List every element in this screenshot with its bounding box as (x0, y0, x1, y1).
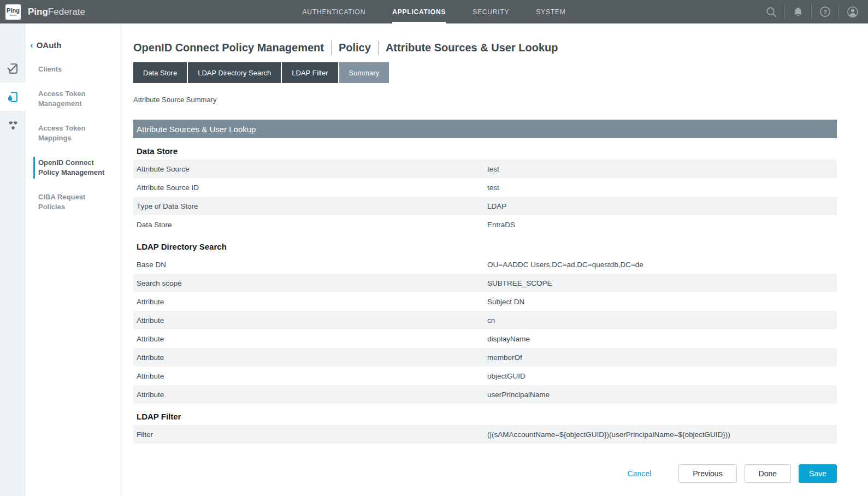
account-icon[interactable] (846, 5, 859, 19)
summary-row: Type of Data StoreLDAP (133, 197, 837, 215)
section-heading-ldap-filter: LDAP Filter (133, 411, 837, 422)
row-value: SUBTREE_SCOPE (487, 279, 834, 287)
sidebar-item-openid-connect-policy-management[interactable]: OpenID Connect Policy Management (26, 158, 121, 178)
row-value: displayName (487, 335, 834, 343)
row-label: Attribute Source ID (137, 184, 487, 192)
clients-icon[interactable] (0, 54, 26, 82)
main-content: OpenID Connect Policy ManagementPolicyAt… (121, 23, 868, 496)
cancel-link[interactable]: Cancel (628, 469, 652, 478)
summary-row: AttributeobjectGUID (133, 367, 837, 385)
sidebar-item-access-token-mappings[interactable]: Access Token Mappings (26, 123, 121, 143)
row-value: objectGUID (487, 372, 834, 380)
row-label: Attribute (137, 335, 487, 343)
summary-sections: Data StoreAttribute SourcetestAttribute … (133, 145, 837, 444)
summary-description: Attribute Source Summary (133, 96, 837, 104)
sidebar-item-access-token-management[interactable]: Access Token Management (26, 89, 121, 109)
footer-actions: Cancel Previous Done Save (133, 464, 837, 483)
page-title-breadcrumb: OpenID Connect Policy ManagementPolicyAt… (133, 40, 837, 55)
topbar-utility-icons: ? (765, 4, 859, 19)
search-icon[interactable] (765, 6, 777, 18)
tab-ldap-filter[interactable]: LDAP Filter (282, 62, 338, 83)
nav-item-applications[interactable]: APPLICATIONS (392, 0, 446, 23)
summary-row: AttributememberOf (133, 348, 837, 367)
nav-item-system[interactable]: SYSTEM (536, 0, 565, 23)
row-label: Data Store (137, 221, 487, 229)
section-heading-ldap-directory-search: LDAP Directory Search (133, 241, 837, 252)
sidebar-item-ciba-request-policies[interactable]: CIBA Request Policies (26, 192, 121, 212)
summary-row: Filter(|(sAMAccountName=${objectGUID})(u… (133, 425, 837, 444)
tab-summary[interactable]: Summary (339, 62, 389, 83)
row-label: Search scope (137, 279, 487, 287)
row-value: cn (487, 316, 834, 324)
breadcrumb-separator (378, 40, 379, 55)
wizard-tabs: Data StoreLDAP Directory SearchLDAP Filt… (133, 62, 837, 83)
row-label: Filter (137, 430, 487, 439)
nav-item-security[interactable]: SECURITY (473, 0, 509, 23)
topbar-divider (839, 4, 839, 19)
logo-subtext: Identity (10, 14, 17, 16)
icon-rail (0, 23, 26, 496)
sidebar-item-clients[interactable]: Clients (26, 64, 121, 74)
done-button[interactable]: Done (745, 464, 791, 483)
row-value: userPrincipalName (487, 391, 834, 399)
row-label: Attribute (137, 372, 487, 380)
primary-nav: AUTHENTICATIONAPPLICATIONSSECURITYSYSTEM (303, 0, 566, 23)
summary-row: AttributedisplayName (133, 329, 837, 348)
summary-table-header: Attribute Sources & User Lookup (133, 120, 837, 138)
row-label: Attribute (137, 316, 487, 324)
row-value: test (487, 184, 834, 192)
product-name: PingFederate (28, 7, 85, 17)
row-value: LDAP (487, 202, 834, 210)
sidebar-section-title: OAuth (37, 40, 62, 50)
tab-data-store[interactable]: Data Store (133, 62, 187, 83)
breadcrumb-separator (331, 40, 332, 55)
topbar-divider (811, 4, 812, 19)
summary-row: AttributeuserPrincipalName (133, 385, 837, 404)
summary-row: Attribute Sourcetest (133, 160, 837, 178)
row-label: Attribute (137, 391, 487, 399)
section-heading-data-store: Data Store (133, 145, 837, 157)
previous-button[interactable]: Previous (678, 464, 736, 483)
help-icon[interactable]: ? (819, 5, 831, 18)
row-value: memberOf (487, 353, 834, 362)
summary-row: Attribute Source IDtest (133, 178, 837, 197)
row-value: EntraDS (487, 221, 834, 229)
tab-ldap-directory-search[interactable]: LDAP Directory Search (188, 62, 281, 83)
summary-row: Attributecn (133, 311, 837, 329)
nav-item-authentication[interactable]: AUTHENTICATION (303, 0, 366, 23)
topbar-divider (784, 4, 785, 19)
row-label: Attribute (137, 353, 487, 362)
summary-row: Base DNOU=AADDC Users,DC=ad,DC=questdb,D… (133, 255, 837, 274)
logo-text: Ping (7, 8, 20, 14)
breadcrumb-segment: OpenID Connect Policy Management (133, 42, 324, 54)
row-value: Subject DN (487, 298, 834, 306)
top-navigation-bar: Ping Identity PingFederate AUTHENTICATIO… (0, 0, 868, 23)
summary-row: AttributeSubject DN (133, 292, 837, 311)
notifications-bell-icon[interactable] (792, 6, 804, 18)
row-value: (|(sAMAccountName=${objectGUID})(userPri… (487, 430, 834, 439)
summary-row: Data StoreEntraDS (133, 215, 837, 234)
access-token-management-icon[interactable] (0, 82, 26, 111)
summary-row: Search scopeSUBTREE_SCOPE (133, 274, 837, 292)
row-label: Attribute (137, 298, 487, 306)
chevron-left-icon: ‹ (30, 40, 33, 50)
oauth-back-link[interactable]: ‹ OAuth (26, 40, 121, 50)
breadcrumb-segment: Policy (339, 42, 371, 54)
row-label: Attribute Source (137, 165, 487, 173)
row-value: test (487, 165, 834, 173)
save-button[interactable]: Save (799, 464, 837, 483)
brand: Ping Identity PingFederate (5, 4, 85, 20)
ping-identity-logo: Ping Identity (5, 4, 21, 20)
sidebar: ‹ OAuth ClientsAccess Token ManagementAc… (26, 23, 121, 496)
breadcrumb-segment: Attribute Sources & User Lookup (386, 42, 558, 54)
row-value: OU=AADDC Users,DC=ad,DC=questdb,DC=de (487, 261, 834, 269)
row-label: Base DN (137, 261, 487, 269)
row-label: Type of Data Store (137, 202, 487, 210)
pingfederate-app: Ping Identity PingFederate AUTHENTICATIO… (0, 0, 868, 496)
svg-text:?: ? (823, 9, 827, 15)
access-token-mappings-icon[interactable] (0, 111, 26, 139)
